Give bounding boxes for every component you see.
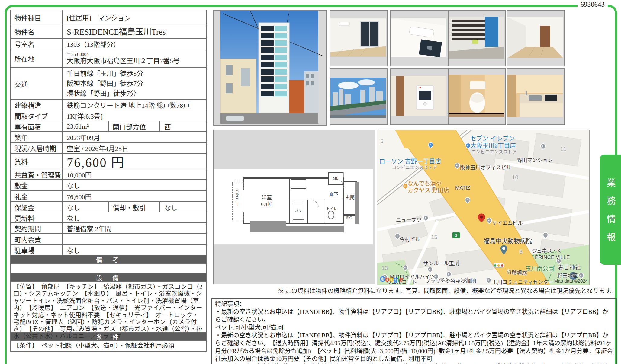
access-line: 阪神本線「野田」徒歩7分 bbox=[67, 78, 143, 88]
document-number: 6930643 bbox=[578, 1, 608, 8]
property-flyer-page: 6930643 物件種目 [住居用] マンション 物件名 S-RESIDENCE… bbox=[0, 0, 621, 364]
equipment-row: 【位置】 角部屋 【キッチン】 給湯器（都市ガス）・ガスコンロ（2口）・システム… bbox=[11, 282, 206, 333]
map-block-number: 6 bbox=[519, 248, 523, 255]
photo-kitchen bbox=[507, 68, 565, 125]
access-cell: 千日前線「玉川」徒歩5分 阪神本線「野田」徒歩7分 環状線「野田」徒歩7分 bbox=[63, 68, 206, 99]
remarks-value bbox=[11, 264, 206, 273]
floor-plan: 洋室 6.4帖 廊下 玄関 トイレ SIC MB バルコニー バス bbox=[213, 130, 375, 284]
table-row: 専有面積 23.61m² 開口部方位 西 bbox=[11, 121, 206, 132]
map-label: 玉川コミュニティセンター bbox=[492, 278, 553, 285]
map-block-number: 5 bbox=[380, 138, 384, 145]
row-label: 所在地 bbox=[11, 49, 63, 67]
map-label: 野田マンション bbox=[517, 156, 553, 164]
disclaimer-note: ※ この資料は物件の概略紹介資料になります。写真、間取図面、設備、概要などが現況… bbox=[278, 286, 616, 295]
row-label: 現況/入居時期 bbox=[11, 143, 63, 153]
row-label: 共益費・管理費 bbox=[11, 169, 63, 179]
row-value: 2023年09月 bbox=[63, 132, 206, 142]
map-label: 引越場筋 bbox=[506, 268, 527, 277]
row-label: 建築構造 bbox=[11, 100, 63, 110]
map-block-number: 13 bbox=[381, 265, 388, 271]
table-row: 建築構造 鉄筋コンクリート造 地上14階 総戸数78戸 bbox=[11, 100, 206, 110]
map-label: カクヤス 野田店 bbox=[407, 186, 449, 194]
equipment-header-bar: 設 備 bbox=[11, 273, 206, 282]
photo-room-window bbox=[330, 10, 388, 66]
floorplan-toilet-label: トイレ bbox=[326, 206, 337, 211]
row-value: 鉄筋コンクリート造 地上14階 総戸数78戸 bbox=[63, 100, 206, 110]
remarks-title: 特記事項： bbox=[215, 300, 613, 308]
photo-building-exterior bbox=[213, 10, 327, 126]
table-row: 間取タイプ 1K[洋:6.3畳] bbox=[11, 110, 206, 121]
table-row: 礼金 76,600円 bbox=[11, 191, 206, 202]
table-row: 駐車場 なし bbox=[11, 245, 206, 255]
property-details-table: 物件種目 [住居用] マンション 物件名 S-RESIDENCE福島玉川Tres… bbox=[10, 10, 207, 352]
map-label: サンルール玉川 bbox=[423, 259, 459, 267]
map-label: ニューフジ bbox=[396, 216, 421, 223]
table-row: 所在地 〒553-0004 大阪府大阪市福島区玉川２丁目7番5号 bbox=[11, 49, 206, 68]
row-label: 敷金 bbox=[11, 180, 63, 190]
conditions-row: 【条件】 ペット相談（小型犬、猫可）・保証会社利用必須 bbox=[11, 341, 206, 351]
map-label: 福島中央動物病院 bbox=[484, 236, 532, 245]
address-text: 大阪府大阪市福島区玉川２丁目7番5号 bbox=[67, 57, 180, 65]
map-block-number: 15 bbox=[431, 234, 437, 241]
row-label: 開口部方位 bbox=[108, 121, 160, 131]
row-label: 町内会費 bbox=[11, 234, 63, 244]
row-value: 10,000円 bbox=[63, 169, 206, 179]
photo-air-conditioner bbox=[390, 10, 448, 66]
map-block-number: 10 bbox=[512, 174, 518, 181]
direction-value: 西 bbox=[160, 121, 206, 131]
remarks-paragraph: ・webサービス広告掲載 [許可]・転載事前連絡 [不要]・画像の転載 [可能]… bbox=[215, 363, 613, 364]
row-value bbox=[63, 234, 206, 244]
access-line: 千日前線「玉川」徒歩5分 bbox=[67, 69, 143, 78]
map-copyright: Map data ©2024 bbox=[554, 278, 588, 283]
photo-intercom bbox=[390, 68, 448, 125]
floorplan-bath-label: バス bbox=[295, 208, 302, 214]
rent-value: 76,600 円 bbox=[63, 154, 206, 169]
route-3-shield: 3 bbox=[452, 232, 460, 238]
row-label: 築年 bbox=[11, 132, 63, 142]
area-value: 23.61m² bbox=[63, 121, 108, 131]
map-block-number: 6 bbox=[456, 259, 460, 266]
map-label: コンビニエンスストア bbox=[392, 164, 437, 170]
row-label: 賃料 bbox=[11, 154, 63, 169]
google-logo: Google bbox=[380, 275, 403, 283]
remarks-empty-row bbox=[11, 264, 206, 273]
floorplan-balcony-label: バルコニー bbox=[234, 189, 239, 206]
floorplan-room-size: 6.4帖 bbox=[261, 200, 272, 207]
map-label: マンション小川 bbox=[439, 276, 475, 283]
row-label: 償却・敷引 bbox=[108, 202, 160, 212]
row-label: 保証金 bbox=[11, 202, 63, 212]
map-label: 野田水産 bbox=[557, 271, 578, 279]
map-label: ジュネス・K bbox=[532, 247, 561, 254]
table-row: 号室名 1303（13階部分） bbox=[11, 39, 206, 49]
row-value: なし bbox=[63, 212, 206, 222]
special-remarks-box: 特記事項： ・最新の空き状況とお申込は【ITANDI BB】、物件資料は【リアプ… bbox=[211, 298, 617, 364]
table-row: 敷金 なし bbox=[11, 180, 206, 191]
traffic-light-icon bbox=[493, 263, 504, 268]
row-value: 1K[洋:6.3畳] bbox=[63, 110, 206, 121]
map-pin-animal-hospital bbox=[500, 245, 508, 255]
table-row: 賃料 76,600 円 bbox=[11, 154, 206, 169]
photo-city-view bbox=[330, 68, 388, 125]
row-label: 礼金 bbox=[11, 191, 63, 201]
shokyaku-value: なし bbox=[160, 202, 206, 212]
equipment-text: 【位置】 角部屋 【キッチン】 給湯器（都市ガス）・ガスコンロ（2口）・システム… bbox=[11, 282, 206, 332]
table-row: 契約期間 普通借家 2年間 bbox=[11, 223, 206, 234]
remarks-paragraph: ・最新の空き状況とお申込は【ITANDI BB】、物件資料は【リアプロ】【リアプ… bbox=[215, 308, 613, 324]
remarks-header-bar: 備 考 bbox=[11, 255, 206, 264]
map-label: 今村ビル bbox=[400, 235, 420, 243]
floorplan-hall-label: 廊下 bbox=[329, 191, 338, 197]
row-value: 空室 / 2026年4月25日 bbox=[63, 143, 206, 153]
row-label: 号室名 bbox=[11, 39, 63, 49]
tab-gyomu-label: 業務情報 bbox=[604, 169, 617, 251]
tab-gyomu-joho[interactable]: 業務情報 bbox=[600, 155, 621, 265]
photo-toilet bbox=[448, 68, 506, 125]
table-row: 物件種目 [住居用] マンション bbox=[11, 10, 206, 24]
row-value: [住居用] マンション bbox=[63, 10, 206, 24]
table-row: 築年 2023年09月 bbox=[11, 132, 206, 143]
row-label: 契約期間 bbox=[11, 223, 63, 233]
floorplan-mb-label: MB bbox=[333, 176, 339, 181]
row-label: 物件種目 bbox=[11, 10, 63, 24]
location-map[interactable]: ⛩ 3 セブン-イレブン 大阪玉川2丁目店 コンビニエンスストア ローソン 吉野… bbox=[377, 130, 590, 285]
map-label: PRINCE VILLE bbox=[535, 254, 570, 260]
table-row: 共益費・管理費 10,000円 bbox=[11, 169, 206, 180]
